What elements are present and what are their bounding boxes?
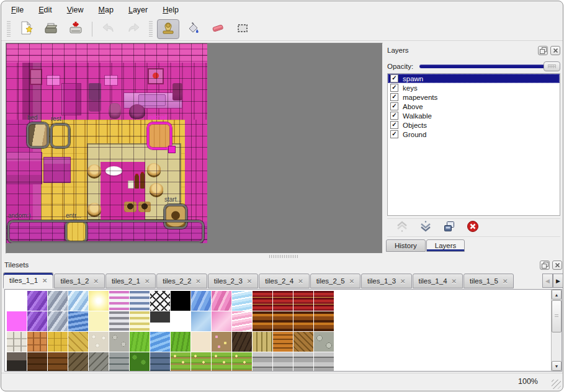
map-object-rest[interactable]: rest	[50, 123, 70, 148]
layer-visibility-checkbox[interactable]: ✓	[390, 130, 398, 138]
scroll-up-button[interactable]: ▲	[552, 290, 562, 300]
tileset-view[interactable]: ▲ ▼	[4, 289, 562, 372]
tileset-tab-tiles_2_3[interactable]: tiles_2_3✕	[208, 274, 258, 288]
close-tab-icon[interactable]: ✕	[195, 278, 200, 285]
tileset-tab-tiles_2_1[interactable]: tiles_2_1✕	[105, 274, 156, 288]
toolbar-grip[interactable]	[7, 21, 11, 37]
tileset-tile-orange_weave[interactable]	[273, 332, 293, 352]
layer-row-ground[interactable]: ✓Ground	[388, 130, 560, 139]
tileset-tab-tiles_1_3[interactable]: tiles_1_3✕	[361, 274, 411, 288]
scrollbar-thumb[interactable]	[552, 300, 562, 332]
resize-grip[interactable]	[552, 380, 561, 389]
tileset-tile-green_grass[interactable]	[130, 332, 150, 352]
tileset-tile-brown_wall[interactable]	[273, 311, 293, 331]
tileset-tile-gray_ledge[interactable]	[314, 352, 334, 372]
menu-view[interactable]: View	[65, 4, 86, 16]
tileset-tab-tiles_1_4[interactable]: tiles_1_4✕	[413, 274, 463, 288]
dock-tab-history[interactable]: History	[386, 239, 426, 252]
float-panel-button[interactable]	[540, 261, 550, 270]
opacity-slider[interactable]	[419, 61, 560, 71]
tileset-tile-water[interactable]	[68, 311, 88, 331]
tileset-tile-yellow_stripes[interactable]	[130, 311, 150, 331]
tileset-tile-orange_stone[interactable]	[27, 332, 47, 352]
tileset-tile-dark_brown_wall[interactable]	[27, 352, 47, 372]
eraser-button[interactable]	[207, 19, 229, 39]
tileset-tile-purple_crystal[interactable]	[27, 311, 47, 331]
map-object-bed[interactable]: bed	[27, 122, 49, 148]
layer-row-mapevents[interactable]: ✓mapevents	[388, 92, 560, 102]
tileset-tile-gray_ledge[interactable]	[253, 352, 272, 372]
tileset-tile-dirt_flowers[interactable]	[212, 332, 231, 352]
tileset-tile-grass_flowers[interactable]	[171, 352, 190, 372]
map-view[interactable]: bedrestmikhailstart...entr...andom:)	[6, 43, 383, 254]
tileset-tile-red_wall[interactable]	[314, 291, 334, 311]
horizontal-splitter[interactable]	[3, 254, 563, 259]
tileset-tile-blue_crystal[interactable]	[68, 291, 88, 311]
tileset-tab-tiles_1_1[interactable]: tiles_1_1✕	[3, 272, 53, 288]
tileset-tile-gray_ledge[interactable]	[273, 352, 293, 372]
tileset-tile-blue_stripes[interactable]	[130, 291, 150, 311]
tileset-tile-brown_wall[interactable]	[314, 311, 334, 331]
layer-visibility-checkbox[interactable]: ✓	[390, 112, 398, 120]
tileset-tab-tiles_2_4[interactable]: tiles_2_4✕	[259, 274, 309, 288]
scroll-down-button[interactable]: ▼	[552, 361, 562, 371]
tileset-tile-blue_diag[interactable]	[191, 291, 211, 311]
tileset-tile-brown_herringbone[interactable]	[293, 332, 313, 352]
tileset-tile-yellow_tile[interactable]	[48, 332, 68, 352]
tileset-tile-brown_stone[interactable]	[68, 352, 88, 372]
tileset-tile-tan_bamboo[interactable]	[253, 332, 272, 352]
close-panel-button[interactable]	[552, 261, 562, 270]
layer-visibility-checkbox[interactable]: ✓	[390, 93, 398, 101]
close-tab-icon[interactable]: ✕	[42, 277, 47, 284]
map-object-random[interactable]: andom:)	[7, 220, 204, 243]
tileset-tile-gray_stone[interactable]	[109, 332, 129, 352]
layer-visibility-checkbox[interactable]: ✓	[390, 84, 398, 92]
tileset-tile-dark_stone_wall[interactable]	[7, 352, 27, 372]
tileset-tile-green_grass2[interactable]	[171, 332, 190, 352]
tileset-tile-pink_window[interactable]	[212, 311, 231, 331]
tileset-tile-gray_stripes[interactable]	[109, 311, 129, 331]
undo-button[interactable]	[97, 19, 120, 39]
tileset-tile-gray_round_stone[interactable]	[314, 332, 334, 352]
menu-layer[interactable]: Layer	[126, 4, 150, 16]
map-object-outline[interactable]	[7, 220, 204, 243]
tileset-tile-gray_crystal[interactable]	[48, 311, 68, 331]
close-tab-icon[interactable]: ✕	[298, 278, 303, 285]
tileset-tile-lattice[interactable]	[150, 291, 170, 311]
layer-row-objects[interactable]: ✓Objects	[388, 120, 560, 130]
opacity-slider-handle[interactable]	[544, 61, 560, 71]
redo-button[interactable]	[122, 19, 145, 39]
tileset-tab-tiles_1_5[interactable]: tiles_1_5✕	[463, 274, 514, 288]
tileset-scrollbar[interactable]: ▲ ▼	[551, 290, 562, 371]
close-tab-icon[interactable]: ✕	[452, 278, 457, 285]
raise-layer-button[interactable]	[395, 220, 410, 235]
tileset-tile-pink_stripes[interactable]	[109, 291, 129, 311]
tileset-tile-green_hedge[interactable]	[130, 352, 150, 372]
tileset-tile-ice_zigzag[interactable]	[232, 291, 252, 311]
menu-help[interactable]: Help	[160, 4, 181, 16]
menu-edit[interactable]: Edit	[36, 4, 55, 16]
tileset-tile-pale_yellow[interactable]	[89, 311, 109, 331]
toolbar-grip[interactable]	[149, 21, 153, 37]
tileset-tile-pink_zigzag[interactable]	[232, 311, 252, 331]
tileset-tile-purple_crystal[interactable]	[27, 291, 47, 311]
resize-handle[interactable]	[168, 146, 176, 153]
tileset-tile-brown_wall[interactable]	[293, 311, 313, 331]
layer-row-spawn[interactable]: ✓spawn	[388, 74, 560, 83]
stamp-button[interactable]	[157, 19, 179, 39]
fill-button[interactable]	[182, 19, 204, 39]
map-canvas[interactable]: bedrestmikhailstart...entr...andom:)	[6, 43, 207, 243]
tileset-tile-gray_crystal[interactable]	[48, 291, 68, 311]
menu-map[interactable]: Map	[96, 4, 116, 16]
layer-row-above[interactable]: ✓Above	[388, 102, 560, 111]
lower-layer-button[interactable]	[418, 220, 433, 235]
tileset-tile-grass_flowers[interactable]	[232, 352, 252, 372]
layer-row-walkable[interactable]: ✓Walkable	[388, 111, 560, 120]
tileset-tile-pale_sand[interactable]	[191, 332, 211, 352]
tileset-tile-brown_wall[interactable]	[253, 311, 272, 331]
duplicate-layer-button[interactable]	[442, 220, 457, 235]
close-tab-icon[interactable]: ✕	[93, 278, 98, 285]
tileset-tile-brown_brick[interactable]	[48, 352, 68, 372]
delete-layer-button[interactable]	[465, 220, 480, 235]
opacity-slider-groove[interactable]	[419, 65, 559, 68]
